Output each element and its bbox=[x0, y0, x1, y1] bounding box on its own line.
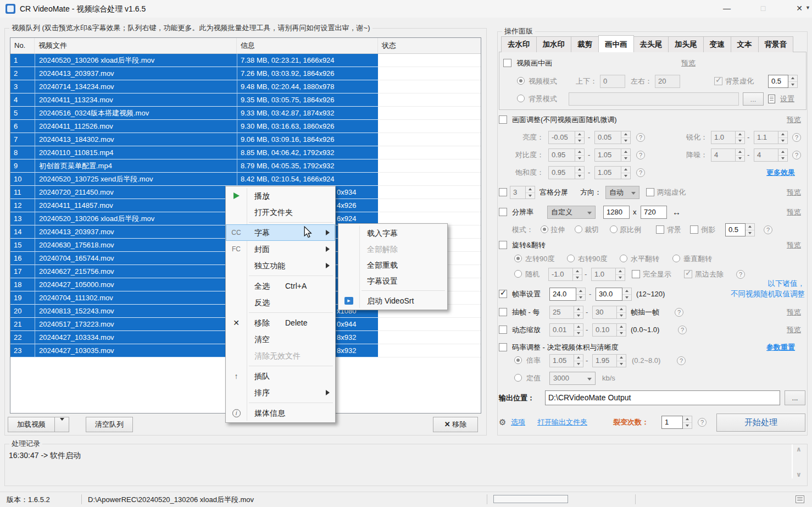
column-header-no[interactable]: No. bbox=[10, 38, 35, 53]
swap-dimensions-icon[interactable]: ↔ bbox=[672, 206, 681, 219]
tab-去水印[interactable]: 去水印 bbox=[501, 36, 537, 52]
help-icon[interactable]: ? bbox=[792, 133, 801, 142]
more-effects-link[interactable]: 更多效果 bbox=[766, 166, 795, 179]
vflip-radio[interactable] bbox=[672, 255, 680, 262]
help-icon[interactable]: ? bbox=[698, 418, 707, 427]
open-output-folder-link[interactable]: 打开输出文件夹 bbox=[537, 416, 587, 429]
pip-video-mode-radio[interactable] bbox=[517, 77, 525, 85]
output-browse-button[interactable]: ... bbox=[785, 390, 805, 405]
extract-min-spinner[interactable]: 25 bbox=[549, 306, 583, 319]
menu-item-字幕[interactable]: CC字幕 bbox=[226, 224, 335, 241]
help-icon[interactable]: ? bbox=[736, 270, 745, 279]
bitrate-checkbox[interactable] bbox=[499, 343, 507, 351]
resolution-width-input[interactable]: 1280 bbox=[603, 206, 630, 219]
pip-preview-link[interactable]: 预览 bbox=[681, 57, 696, 70]
resolution-checkbox[interactable] bbox=[499, 208, 507, 216]
fps-checkbox[interactable] bbox=[499, 290, 507, 298]
pip-bg-blur-checkbox[interactable] bbox=[714, 77, 722, 85]
pip-updown-input[interactable]: 0 bbox=[600, 75, 625, 88]
menu-item-移除[interactable]: ✕移除Delete bbox=[226, 315, 335, 331]
deblack-checkbox[interactable] bbox=[684, 270, 692, 278]
denoise-min-spinner[interactable]: 4 bbox=[711, 148, 745, 162]
menu-item-清空[interactable]: 清空 bbox=[226, 331, 335, 348]
crop-radio[interactable] bbox=[575, 225, 582, 233]
bitrate-fixed-radio[interactable] bbox=[514, 374, 522, 382]
table-row[interactable]: 420240411_113234.mov9.35 MB, 03:05.75, 1… bbox=[10, 93, 481, 107]
pip-bg-mode-radio[interactable] bbox=[517, 95, 525, 102]
random-max-spinner[interactable]: 1.0 bbox=[591, 268, 625, 281]
reset-params-link[interactable]: 参数重置 bbox=[766, 341, 795, 354]
hflip-radio[interactable] bbox=[620, 255, 627, 262]
help-icon[interactable]: ? bbox=[636, 133, 645, 142]
table-row[interactable]: 320240714_134234.mov9.48 MB, 02:20.44, 1… bbox=[10, 80, 481, 93]
grid-direction-select[interactable]: 自动 bbox=[605, 186, 639, 199]
extract-preview-link[interactable]: 预览 bbox=[787, 306, 801, 319]
menu-item-全选[interactable]: 全选Ctrl+A bbox=[226, 278, 335, 294]
extract-checkbox[interactable] bbox=[499, 308, 507, 316]
saturation-min-spinner[interactable]: 0.95 bbox=[548, 166, 585, 179]
column-header-status[interactable]: 状态 bbox=[378, 38, 481, 53]
table-row[interactable]: 620240411_112526.mov9.30 MB, 03:16.63, 1… bbox=[10, 120, 481, 133]
pip-leftright-input[interactable]: 20 bbox=[655, 75, 680, 88]
pip-bg-blur-spinner[interactable]: 0.5 bbox=[768, 75, 798, 88]
extract-max-spinner[interactable]: 30 bbox=[592, 306, 626, 319]
zoom-min-spinner[interactable]: 0.01 bbox=[549, 323, 583, 337]
tab-变速[interactable]: 变速 bbox=[703, 36, 731, 52]
menu-item-插队[interactable]: ↑插队 bbox=[226, 368, 335, 384]
help-icon[interactable]: ? bbox=[636, 168, 645, 177]
ends-blur-checkbox[interactable] bbox=[646, 188, 654, 196]
rotate-preview-link[interactable]: 预览 bbox=[787, 239, 801, 252]
brightness-min-spinner[interactable]: -0.05 bbox=[548, 131, 585, 144]
resolution-preset-select[interactable]: 自定义 bbox=[547, 206, 596, 219]
help-icon[interactable]: ? bbox=[792, 151, 801, 159]
sharpen-max-spinner[interactable]: 1.1 bbox=[754, 131, 788, 144]
start-processing-button[interactable]: 开始处理 bbox=[716, 414, 805, 432]
denoise-max-spinner[interactable]: 4 bbox=[754, 148, 788, 162]
rotate-flip-checkbox[interactable] bbox=[499, 241, 507, 249]
remove-button[interactable]: 移除 bbox=[433, 417, 478, 432]
tab-画中画[interactable]: 画中画 bbox=[598, 35, 634, 52]
menu-item-封面[interactable]: FC封面 bbox=[226, 241, 335, 257]
reflect-checkbox[interactable] bbox=[690, 225, 698, 234]
maximize-button[interactable]: □ bbox=[750, 0, 776, 18]
ratio-min-spinner[interactable]: 1.05 bbox=[549, 354, 583, 367]
clear-queue-button[interactable]: 清空队列 bbox=[86, 417, 133, 432]
pip-bg-path-input[interactable] bbox=[569, 92, 739, 106]
tab-裁剪[interactable]: 裁剪 bbox=[571, 36, 599, 52]
help-icon[interactable]: ? bbox=[677, 356, 686, 365]
column-header-info[interactable]: 信息 bbox=[237, 38, 378, 53]
gear-icon[interactable] bbox=[499, 416, 506, 429]
resolution-preview-link[interactable]: 预览 bbox=[787, 206, 801, 219]
rotate-right90-radio[interactable] bbox=[567, 255, 575, 262]
table-row[interactable]: 220240413_203937.mov7.26 MB, 03:03.92, 1… bbox=[10, 67, 481, 80]
menu-item-清除无效文件[interactable]: 清除无效文件 bbox=[226, 348, 335, 364]
grid-count-spinner[interactable]: 3 bbox=[510, 186, 535, 199]
menu-item-媒体信息[interactable]: i媒体信息 bbox=[226, 405, 335, 421]
fps-min-spinner[interactable]: 24.0 bbox=[549, 288, 586, 301]
log-scrollbar[interactable] bbox=[792, 444, 793, 478]
reflect-spinner[interactable]: 0.5 bbox=[725, 223, 755, 236]
tab-加头尾[interactable]: 加头尾 bbox=[668, 36, 704, 52]
load-video-button[interactable]: 加载视频 bbox=[8, 417, 55, 432]
menu-item-载入字幕[interactable]: 载入字幕 bbox=[338, 225, 447, 241]
pip-settings-link[interactable]: 设置 bbox=[780, 92, 794, 106]
table-row[interactable]: 9初创首页菜单配置.mp48.79 MB, 04:05.35, 1792x932 bbox=[10, 159, 481, 173]
menu-item-独立功能[interactable]: 独立功能 bbox=[226, 257, 335, 274]
list-view-icon[interactable] bbox=[796, 495, 804, 503]
rotate-random-radio[interactable] bbox=[514, 270, 522, 278]
menu-item-全部重载[interactable]: 全部重载 bbox=[338, 257, 447, 273]
tab-文本[interactable]: 文本 bbox=[731, 36, 759, 52]
table-row[interactable]: 820240110_110815.mp48.85 MB, 04:06.42, 1… bbox=[10, 146, 481, 159]
menu-item-反选[interactable]: 反选 bbox=[226, 294, 335, 311]
tab-去头尾[interactable]: 去头尾 bbox=[633, 36, 669, 52]
menu-item-排序[interactable]: 排序 bbox=[226, 384, 335, 401]
help-icon[interactable]: ? bbox=[636, 151, 645, 159]
output-path-input[interactable]: D:\CRVideoMate Output bbox=[545, 390, 780, 405]
dynamic-zoom-checkbox[interactable] bbox=[499, 326, 507, 334]
scroll-up-icon[interactable]: ∧ bbox=[796, 445, 802, 453]
rotate-left90-radio[interactable] bbox=[514, 255, 522, 262]
menu-item-播放[interactable]: 播放 bbox=[226, 188, 335, 204]
brightness-max-spinner[interactable]: 0.05 bbox=[594, 131, 631, 144]
table-row[interactable]: 120240520_130206 xload后半段.mov7.38 MB, 02… bbox=[10, 54, 481, 67]
options-link[interactable]: 选项 bbox=[511, 416, 525, 429]
